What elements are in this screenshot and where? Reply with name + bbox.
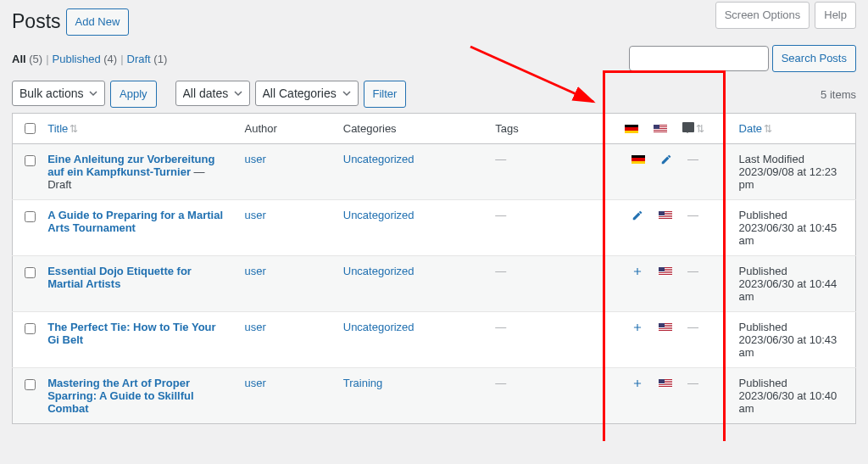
table-row: Eine Anleitung zur Vorbereitung auf ein …: [13, 144, 856, 200]
post-title-link[interactable]: Mastering the Art of Proper Sparring: A …: [47, 377, 193, 415]
column-tags: Tags: [487, 114, 599, 144]
date-value: 2023/06/30 at 10:45 am: [739, 221, 837, 247]
comments-icon[interactable]: ⇅: [682, 122, 704, 135]
date-status: Published: [739, 265, 787, 277]
comments-dash: —: [687, 321, 698, 333]
us-flag-icon[interactable]: [659, 323, 672, 332]
date-status: Published: [739, 209, 787, 221]
comments-dash: —: [687, 153, 698, 165]
tags-value: —: [495, 265, 506, 277]
table-row: The Perfect Tie: How to Tie Your Gi Belt…: [13, 312, 856, 368]
german-flag-icon[interactable]: [625, 125, 638, 133]
post-title-link[interactable]: Essential Dojo Etiquette for Martial Art…: [47, 265, 192, 290]
category-link[interactable]: Uncategorized: [343, 209, 415, 221]
category-link[interactable]: Uncategorized: [343, 321, 415, 333]
select-all-checkbox[interactable]: [25, 123, 36, 134]
view-draft-count: (1): [153, 53, 167, 65]
tags-value: —: [495, 209, 506, 221]
dates-select[interactable]: All dates: [175, 81, 250, 106]
view-all[interactable]: All: [12, 53, 26, 65]
help-button[interactable]: Help: [815, 2, 856, 29]
row-checkbox[interactable]: [25, 155, 36, 166]
date-value: 2023/06/30 at 10:44 am: [739, 277, 837, 303]
plus-icon[interactable]: [632, 377, 643, 389]
search-input[interactable]: [629, 46, 769, 71]
date-status: Last Modified: [739, 153, 804, 165]
plus-icon[interactable]: [632, 321, 643, 333]
date-status: Published: [739, 321, 787, 333]
page-title: Posts: [12, 7, 61, 36]
author-link[interactable]: user: [245, 209, 266, 221]
comments-dash: —: [687, 377, 698, 389]
date-value: 2023/06/30 at 10:40 am: [739, 389, 837, 415]
add-new-button[interactable]: Add New: [66, 8, 130, 36]
date-value: 2023/09/08 at 12:23 pm: [739, 165, 837, 191]
table-row: Mastering the Art of Proper Sparring: A …: [13, 368, 856, 424]
author-link[interactable]: user: [245, 377, 266, 389]
us-flag-icon[interactable]: [654, 125, 667, 133]
row-checkbox[interactable]: [25, 267, 36, 278]
table-row: A Guide to Preparing for a Martial Arts …: [13, 200, 856, 256]
row-checkbox[interactable]: [25, 211, 36, 222]
column-categories: Categories: [335, 114, 487, 144]
view-draft[interactable]: Draft: [127, 53, 151, 65]
category-link[interactable]: Training: [343, 377, 382, 389]
pencil-icon[interactable]: [660, 154, 672, 165]
sort-icon: ⇅: [70, 123, 78, 135]
comments-dash: —: [687, 265, 698, 277]
comments-dash: —: [687, 209, 698, 221]
post-title-link[interactable]: The Perfect Tie: How to Tie Your Gi Belt: [47, 321, 215, 346]
date-value: 2023/06/30 at 10:43 am: [739, 333, 837, 359]
table-row: Essential Dojo Etiquette for Martial Art…: [13, 256, 856, 312]
row-checkbox[interactable]: [25, 379, 36, 390]
author-link[interactable]: user: [245, 265, 266, 277]
category-link[interactable]: Uncategorized: [343, 265, 415, 277]
search-button[interactable]: Search Posts: [772, 45, 856, 72]
post-title-link[interactable]: A Guide to Preparing for a Martial Arts …: [47, 209, 223, 234]
tags-value: —: [495, 153, 506, 165]
column-date[interactable]: Date: [739, 122, 762, 135]
row-checkbox[interactable]: [25, 323, 36, 334]
author-link[interactable]: user: [245, 321, 266, 333]
plus-icon[interactable]: [632, 266, 643, 277]
view-published-count: (4): [103, 53, 117, 65]
bulk-actions-select[interactable]: Bulk actions: [12, 81, 105, 106]
author-link[interactable]: user: [245, 153, 266, 165]
filter-button[interactable]: Filter: [364, 81, 407, 108]
tags-value: —: [495, 377, 506, 389]
column-author: Author: [236, 114, 335, 144]
posts-table: Title⇅ Author Categories Tags ⇅ Date⇅ Ei…: [12, 113, 856, 424]
items-count: 5 items: [821, 88, 856, 101]
sort-icon: ⇅: [764, 123, 772, 135]
column-title[interactable]: Title: [47, 122, 68, 135]
view-all-count: (5): [29, 53, 42, 65]
date-status: Published: [739, 377, 787, 389]
category-link[interactable]: Uncategorized: [343, 153, 415, 165]
tags-value: —: [495, 321, 506, 333]
us-flag-icon[interactable]: [659, 379, 672, 388]
screen-options-button[interactable]: Screen Options: [715, 2, 810, 29]
post-title-link[interactable]: Eine Anleitung zur Vorbereitung auf ein …: [47, 153, 214, 178]
german-flag-icon[interactable]: [632, 155, 645, 164]
categories-select[interactable]: All Categories: [255, 81, 359, 106]
us-flag-icon[interactable]: [659, 211, 672, 220]
us-flag-icon[interactable]: [659, 267, 672, 276]
pencil-icon[interactable]: [632, 210, 643, 221]
apply-button[interactable]: Apply: [110, 81, 157, 108]
view-published[interactable]: Published: [53, 53, 101, 65]
